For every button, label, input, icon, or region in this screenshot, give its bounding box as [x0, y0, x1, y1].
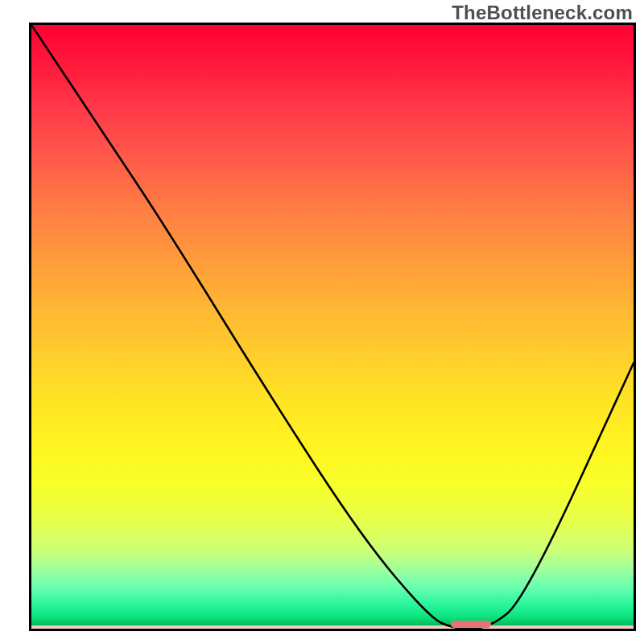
optimal-marker [451, 621, 491, 628]
chart-container: TheBottleneck.com [0, 0, 644, 644]
plot-area [29, 23, 636, 631]
curve-svg [31, 25, 634, 629]
bottleneck-curve-line [31, 25, 634, 629]
watermark-text: TheBottleneck.com [452, 2, 633, 24]
